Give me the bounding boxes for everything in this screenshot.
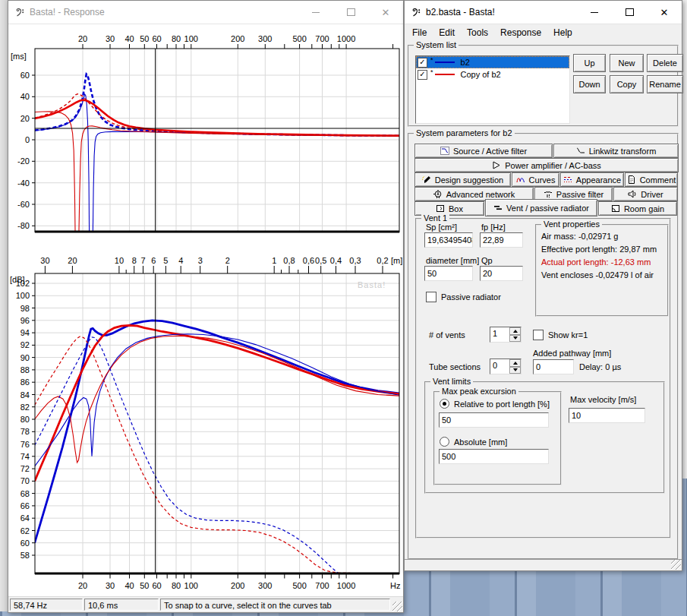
svg-text:700: 700 — [315, 581, 329, 590]
item-checkbox[interactable]: ✓ — [418, 70, 427, 80]
background-window-sliver — [0, 0, 8, 611]
play-triangle-icon — [492, 161, 501, 169]
num-vents-spinner[interactable]: 1 — [490, 327, 522, 343]
added-pathway-input[interactable]: 0 — [533, 359, 574, 374]
absolute-radio[interactable]: Absolute [mm] — [440, 437, 507, 447]
svg-text:500: 500 — [292, 34, 306, 43]
tab-linkwitz-transform[interactable]: Linkwitz transform — [553, 144, 679, 158]
svg-text:100: 100 — [16, 291, 30, 300]
svg-text:60: 60 — [152, 581, 161, 590]
tab-label: Appearance — [576, 175, 621, 185]
response-titlebar[interactable]: Basta! - Response ✕ — [8, 1, 403, 24]
tab-appearance[interactable]: Appearance — [560, 172, 624, 187]
spin-down-button[interactable] — [509, 367, 521, 374]
menu-item-file[interactable]: File — [406, 26, 433, 39]
tab-label: Source / Active filter — [453, 147, 527, 156]
box-icon — [436, 204, 445, 213]
response-charts[interactable]: 6040200-20-40-60-80203040506080100200300… — [8, 24, 403, 598]
svg-text:-60: -60 — [17, 200, 30, 209]
minimize-button[interactable] — [298, 1, 333, 24]
system-list-item[interactable]: ✓*b2 — [416, 56, 569, 68]
svg-text:50: 50 — [140, 581, 149, 590]
response-window: Basta! - Response ✕ 6040200-20-40-60-802… — [8, 0, 404, 613]
relative-radio[interactable]: Relative to port length [%] — [440, 399, 550, 409]
menu-item-edit[interactable]: Edit — [433, 26, 461, 39]
svg-text:200: 200 — [231, 581, 244, 590]
svg-text:8: 8 — [132, 256, 137, 265]
svg-text:66: 66 — [20, 501, 30, 510]
absolute-input[interactable]: 500 — [439, 449, 549, 464]
tab-power-amplifier-ac-bass[interactable]: Power amplifier / AC-bass — [414, 158, 679, 172]
tab-curves[interactable]: Curves — [512, 172, 559, 187]
spin-down-button[interactable] — [509, 335, 521, 343]
main-titlebar[interactable]: b2.basta - Basta! ✕ — [405, 1, 682, 24]
menu-item-help[interactable]: Help — [547, 26, 578, 39]
down-button[interactable]: Down — [573, 75, 606, 93]
qp-label: Qp — [481, 256, 493, 265]
svg-text:0,4: 0,4 — [330, 256, 342, 265]
svg-text:80: 80 — [172, 34, 181, 43]
new-button[interactable]: New — [610, 54, 644, 72]
item-star: * — [430, 68, 433, 76]
rename-button[interactable]: Rename — [647, 75, 683, 93]
svg-text:Hz: Hz — [390, 581, 400, 590]
svg-text:30: 30 — [40, 256, 49, 265]
passive-filter-icon — [544, 190, 553, 198]
spin-up-button[interactable] — [509, 359, 521, 367]
qp-input[interactable]: 20 — [480, 266, 523, 281]
svg-text:1: 1 — [272, 256, 276, 265]
spin-up-button[interactable] — [509, 327, 521, 335]
svg-text:20: 20 — [78, 581, 87, 590]
close-button[interactable]: ✕ — [368, 1, 403, 24]
copy-button[interactable]: Copy — [610, 75, 644, 93]
max-velocity-input[interactable]: 10 — [569, 408, 645, 423]
resize-grip[interactable] — [671, 560, 681, 570]
svg-text:[m]: [m] — [391, 256, 402, 265]
tab-comment[interactable]: Comment — [625, 172, 678, 187]
system-list-item[interactable]: ✓*Copy of b2 — [416, 68, 569, 81]
minimize-button[interactable] — [577, 1, 612, 24]
svg-text:20: 20 — [68, 256, 77, 265]
resize-grip[interactable] — [392, 602, 402, 611]
svg-text:96: 96 — [20, 316, 30, 325]
system-name: Copy of b2 — [461, 70, 501, 79]
tab-design-suggestion[interactable]: Design suggestion — [414, 172, 511, 187]
menu-item-tools[interactable]: Tools — [461, 26, 494, 39]
linkwitz-curve-icon — [576, 147, 585, 155]
maximize-button[interactable] — [333, 1, 368, 24]
tab-source-active-filter[interactable]: Source / Active filter — [414, 144, 553, 158]
close-button[interactable]: ✕ — [647, 1, 682, 24]
passive-radiator-checkbox[interactable]: Passive radiator — [426, 292, 501, 302]
system-listbox[interactable]: ✓*b2✓*Copy of b2 — [415, 55, 570, 124]
sp-input[interactable]: 19,63495408 — [424, 232, 473, 248]
svg-text:68: 68 — [20, 489, 30, 498]
tab-driver[interactable]: Driver — [613, 187, 678, 201]
system-list-legend: System list — [414, 40, 459, 49]
maximize-button[interactable] — [612, 1, 647, 24]
tab-vent-passive-radiator[interactable]: Vent / passive radiator — [485, 199, 597, 216]
delete-button[interactable]: Delete — [647, 54, 683, 72]
system-parameters-group: System parameters for b2 Source / Active… — [408, 133, 679, 560]
svg-text:80: 80 — [20, 415, 30, 424]
svg-text:86: 86 — [20, 377, 30, 387]
parameter-tabs: Source / Active filterLinkwitz transform… — [414, 144, 679, 216]
vent-properties-group: Vent properties Air mass: -0,02971 g Eff… — [535, 224, 669, 317]
diameter-input[interactable]: 50 — [424, 266, 473, 281]
fp-input[interactable]: 22,89 — [480, 232, 523, 248]
item-checkbox[interactable]: ✓ — [418, 58, 427, 68]
svg-text:50: 50 — [140, 34, 149, 43]
show-kr-checkbox[interactable]: Show kr=1 — [533, 330, 588, 340]
relative-input[interactable]: 50 — [439, 412, 549, 428]
air-mass-text: Air mass: -0,02971 g — [541, 232, 619, 241]
up-button[interactable]: Up — [573, 54, 606, 72]
curves-icon — [516, 175, 525, 184]
cursor-time-readout: 10,6 ms — [84, 599, 159, 611]
svg-text:78: 78 — [20, 427, 30, 436]
tab-room-gain[interactable]: Room gain — [598, 201, 677, 216]
bass-clef-icon — [14, 7, 25, 17]
svg-text:40: 40 — [124, 581, 134, 590]
menu-item-response[interactable]: Response — [494, 26, 547, 39]
tube-sections-spinner[interactable]: 0 — [490, 359, 522, 374]
main-window-title: b2.basta - Basta! — [426, 7, 495, 17]
tab-label: Design suggestion — [435, 175, 504, 185]
